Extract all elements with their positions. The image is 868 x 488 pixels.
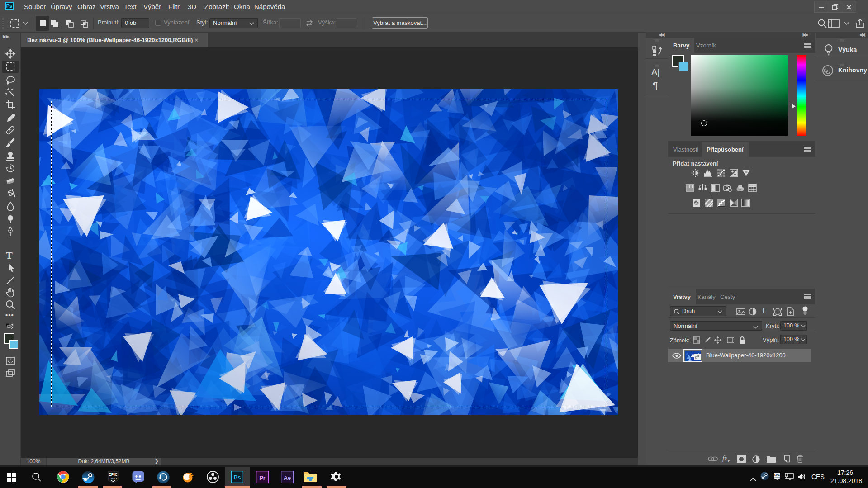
- svg-text:Pr: Pr: [259, 474, 266, 481]
- svg-text:EPIC: EPIC: [774, 474, 780, 476]
- svg-text:GAMES: GAMES: [774, 477, 780, 479]
- svg-text:Ps: Ps: [234, 474, 241, 481]
- svg-text:GAMES: GAMES: [109, 477, 118, 480]
- svg-text:Ae: Ae: [284, 474, 291, 481]
- svg-text:EPIC: EPIC: [109, 472, 118, 477]
